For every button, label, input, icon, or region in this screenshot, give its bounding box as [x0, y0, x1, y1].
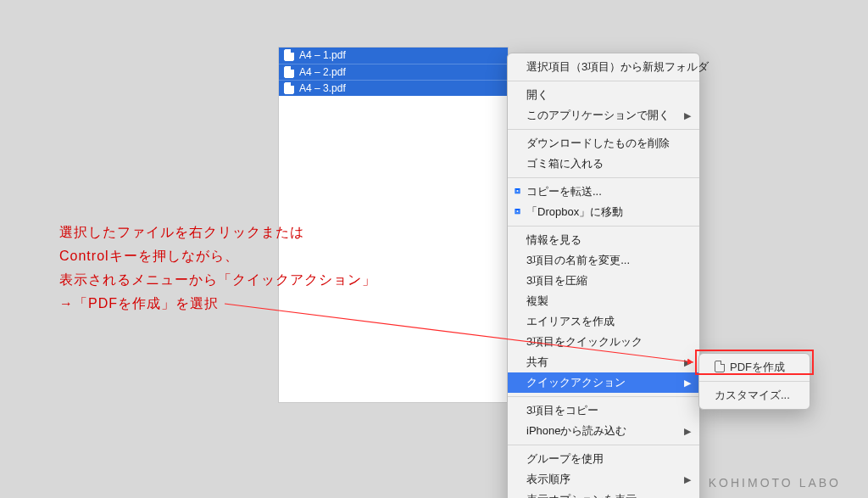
annotation-line: →「PDFを作成」を選択	[59, 292, 449, 316]
submenu-customize[interactable]: カスタマイズ...	[699, 385, 810, 406]
file-icon	[284, 82, 294, 94]
context-menu: 選択項目（3項目）から新規フォルダ 開く このアプリケーションで開く ▶ ダウン…	[507, 53, 700, 498]
menu-label: コピーを転送...	[526, 185, 602, 198]
menu-label: iPhoneから読み込む	[526, 424, 626, 437]
menu-separator	[699, 381, 810, 382]
menu-copy-items[interactable]: 3項目をコピー	[508, 400, 699, 421]
menu-quick-action[interactable]: クイックアクション ▶	[508, 372, 699, 393]
menu-dropbox[interactable]: ⧈ 「Dropbox」に移動	[508, 202, 699, 222]
file-icon	[284, 66, 294, 78]
file-name: A4 – 2.pdf	[299, 66, 346, 78]
menu-label: 表示順序	[526, 473, 570, 485]
menu-label: このアプリケーションで開く	[526, 109, 670, 121]
menu-rename[interactable]: 3項目の名前を変更...	[508, 250, 699, 271]
menu-new-folder[interactable]: 選択項目（3項目）から新規フォルダ	[508, 57, 699, 77]
menu-separator	[508, 177, 699, 178]
menu-alias[interactable]: エイリアスを作成	[508, 311, 699, 332]
submenu-arrow-icon: ▶	[684, 472, 691, 487]
menu-label: クイックアクション	[526, 376, 626, 389]
submenu-arrow-icon: ▶	[684, 355, 691, 370]
menu-label: 共有	[526, 355, 548, 368]
menu-get-info[interactable]: 情報を見る	[508, 230, 699, 250]
submenu-arrow-icon: ▶	[684, 423, 691, 439]
annotation-line: 選択したファイルを右クリックまたは	[59, 221, 449, 244]
annotation-text: 選択したファイルを右クリックまたは Controlキーを押しながら、 表示される…	[59, 221, 449, 316]
menu-quicklook[interactable]: 3項目をクイックルック	[508, 332, 699, 352]
file-row[interactable]: A4 – 3.pdf	[279, 80, 508, 96]
file-row[interactable]: A4 – 1.pdf	[279, 48, 508, 64]
menu-separator	[508, 129, 699, 130]
submenu-arrow-icon: ▶	[684, 108, 691, 123]
annotation-line: Controlキーを押しながら、	[59, 244, 449, 268]
quick-action-submenu: PDFを作成 カスタマイズ...	[698, 353, 810, 410]
menu-import-iphone[interactable]: iPhoneから読み込む ▶	[508, 421, 699, 441]
menu-label: 「Dropbox」に移動	[526, 205, 623, 218]
submenu-arrow-icon: ▶	[684, 375, 691, 390]
dropbox-icon: ⧈	[511, 204, 523, 216]
menu-separator	[508, 445, 699, 445]
file-name: A4 – 3.pdf	[299, 82, 346, 94]
menu-duplicate[interactable]: 複製	[508, 291, 699, 311]
menu-separator	[508, 396, 699, 397]
menu-show-options[interactable]: 表示オプションを表示	[508, 490, 699, 498]
annotation-line: 表示されるメニューから「クイックアクション」	[59, 268, 449, 292]
submenu-label: PDFを作成	[730, 361, 785, 373]
menu-share[interactable]: 共有 ▶	[508, 352, 699, 372]
menu-open[interactable]: 開く	[508, 85, 699, 105]
menu-compress[interactable]: 3項目を圧縮	[508, 271, 699, 291]
menu-delete-download[interactable]: ダウンロードしたものを削除	[508, 133, 699, 154]
file-icon	[284, 49, 294, 61]
dropbox-icon: ⧈	[511, 184, 523, 196]
menu-separator	[508, 226, 699, 227]
menu-copy-transfer[interactable]: ⧈ コピーを転送...	[508, 182, 699, 202]
file-name: A4 – 1.pdf	[299, 49, 346, 61]
file-row[interactable]: A4 – 2.pdf	[279, 64, 508, 80]
menu-trash[interactable]: ゴミ箱に入れる	[508, 154, 699, 174]
pdf-file-icon	[715, 361, 725, 372]
watermark: KOHIMOTO LABO	[709, 476, 841, 490]
menu-sort-order[interactable]: 表示順序 ▶	[508, 469, 699, 490]
menu-open-with[interactable]: このアプリケーションで開く ▶	[508, 105, 699, 126]
submenu-create-pdf[interactable]: PDFを作成	[699, 357, 810, 378]
menu-separator	[508, 81, 699, 81]
menu-use-group[interactable]: グループを使用	[508, 449, 699, 469]
